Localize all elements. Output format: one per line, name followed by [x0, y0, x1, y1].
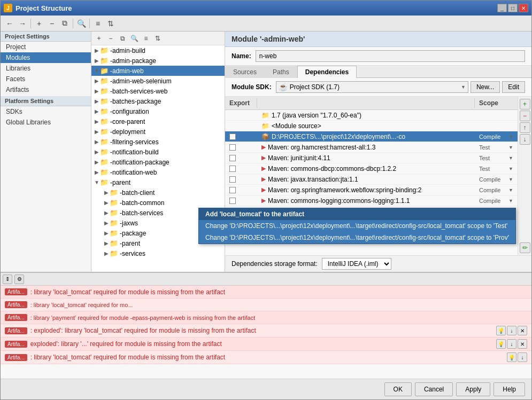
tree-item-notification-package[interactable]: ▶ 📁 -notification-package	[91, 157, 225, 167]
tree-copy-button[interactable]: ⧉	[117, 33, 128, 44]
scope-dropdown-arrow[interactable]: ▼	[508, 155, 513, 161]
fix-button[interactable]: 💡	[507, 352, 516, 362]
tree-item-admin-package[interactable]: ▶ 📁 -admin-package	[91, 56, 225, 66]
tree-item-batches-package[interactable]: ▶ 📁 -batches-package	[91, 96, 225, 106]
expand-icon: ▶	[94, 88, 100, 94]
close-error-button[interactable]: ✕	[518, 339, 527, 349]
table-row[interactable]: ▶ Maven: org.springframework.webflow:spr…	[225, 185, 518, 195]
table-row[interactable]: 📦 D:\PROJECTS\...\project\12x\deployment…	[225, 131, 518, 142]
nav-item-facets[interactable]: Facets	[1, 74, 91, 84]
tree-filter-button[interactable]: ⇅	[152, 33, 163, 44]
fix-button[interactable]: 💡	[496, 326, 506, 335]
tree-item-filtering-services[interactable]: ▶ 📁 -filtering-services	[91, 137, 225, 147]
sort-button[interactable]: ≡	[92, 18, 104, 29]
export-checkbox[interactable]	[229, 134, 236, 140]
table-row[interactable]: ▶ Maven: commons-dbcp:commons-dbcp:1.2.2…	[225, 163, 518, 174]
move-down-button[interactable]: ↓	[520, 134, 530, 145]
tree-item-admin-web-selenium[interactable]: ▶ 📁 -admin-web-selenium	[91, 76, 225, 86]
tree-item-batch-services-web[interactable]: ▶ 📁 -batch-services-web	[91, 86, 225, 96]
tree-item-notification-web[interactable]: ▶ 📁 -notification-web	[91, 167, 225, 177]
scope-cell: Compile ▼	[475, 186, 518, 194]
nav-item-libraries[interactable]: Libraries	[1, 63, 91, 74]
tree-item-parent[interactable]: ▼ 📁 -parent	[91, 177, 225, 187]
nav-item-sdks[interactable]: SDKs	[1, 106, 91, 117]
copy-button[interactable]: ⧉	[59, 18, 71, 29]
close-error-button[interactable]: ✕	[518, 326, 527, 335]
apply-button[interactable]: Apply	[456, 382, 490, 396]
move-up-button[interactable]: ↑	[520, 122, 530, 133]
sdk-select[interactable]: ☕ Project SDK (1.7) ▼	[276, 81, 468, 93]
table-row[interactable]: 📁 1.7 (java version "1.7.0_60-ea")	[225, 110, 518, 121]
tree-item-batch-client[interactable]: ▶ 📁 -batch-client	[91, 187, 225, 198]
tree-item-core-parent[interactable]: ▶ 📁 -core-parent	[91, 116, 225, 127]
ok-button[interactable]: OK	[384, 382, 412, 396]
tree-item-deployment[interactable]: ▶ 📁 -deployment	[91, 127, 225, 137]
export-checkbox[interactable]	[229, 166, 236, 172]
fix-button[interactable]: 💡	[496, 339, 506, 349]
table-row[interactable]: ▶ Maven: junit:junit:4.11 Test ▼	[225, 153, 518, 163]
context-menu-item-add[interactable]: Add 'local_tomcat' to the artifact	[199, 208, 515, 220]
download-button[interactable]: ↓	[518, 352, 527, 362]
tree-search-button[interactable]: 🔍	[129, 33, 140, 44]
maximize-button[interactable]: □	[508, 4, 518, 12]
close-button[interactable]: ✕	[519, 4, 528, 12]
context-menu-item-change-test[interactable]: Change 'D:\PROJECTS\...\project\12x\depl…	[199, 220, 515, 232]
search-button[interactable]: 🔍	[75, 18, 87, 29]
scope-dropdown-arrow[interactable]: ▼	[508, 166, 513, 171]
storage-select[interactable]: IntelliJ IDEA (.iml)	[322, 258, 391, 270]
table-row[interactable]: 📁 <Module source>	[225, 121, 518, 131]
add-dep-button[interactable]: +	[520, 99, 530, 109]
download-button[interactable]: ↓	[507, 339, 516, 349]
scope-dropdown-arrow[interactable]: ▼	[508, 134, 513, 139]
nav-item-artifacts[interactable]: Artifacts	[1, 84, 91, 95]
table-row[interactable]: ▶ Maven: org.hamcrest:hamcrest-all:1.3 T…	[225, 142, 518, 153]
tree-sort-button[interactable]: ≡	[141, 33, 151, 44]
scope-dropdown-arrow[interactable]: ▼	[508, 177, 513, 182]
tab-dependencies[interactable]: Dependencies	[297, 66, 357, 78]
tree-item-admin-web[interactable]: ▼ 📁 -admin-web	[91, 66, 225, 76]
tab-paths[interactable]: Paths	[265, 66, 297, 78]
help-button[interactable]: Help	[494, 382, 525, 396]
tree-item-services[interactable]: ▶ 📁 -services	[91, 248, 225, 258]
export-checkbox[interactable]	[229, 155, 236, 161]
table-row[interactable]: ▶ Maven: commons-logging:commons-logging…	[225, 195, 518, 206]
tree-item-notification-build[interactable]: ▶ 📁 -notification-build	[91, 147, 225, 157]
tree-item-configuration[interactable]: ▶ 📁 -configuration	[91, 106, 225, 116]
nav-item-project[interactable]: Project	[1, 42, 91, 52]
cancel-button[interactable]: Cancel	[415, 382, 453, 396]
tree-add-button[interactable]: +	[94, 33, 104, 44]
export-checkbox[interactable]	[229, 198, 236, 204]
tree-item-batch-common[interactable]: ▶ 📁 -batch-common	[91, 198, 225, 208]
tree-item-admin-build[interactable]: ▶ 📁 -admin-build	[91, 45, 225, 56]
name-input[interactable]	[256, 50, 525, 62]
edit-dep-button[interactable]: ✏	[520, 242, 530, 253]
add-button[interactable]: +	[33, 18, 45, 29]
new-sdk-button[interactable]: New...	[471, 81, 500, 93]
filter-button[interactable]: ⇅	[105, 18, 117, 29]
name-cell: 📦 D:\PROJECTS\...\project\12x\deployment…	[257, 132, 475, 142]
table-row[interactable]: ▶ Maven: javax.transaction:jta:1.1 Compi…	[225, 174, 518, 185]
bottom-expand-button[interactable]: ⇕	[3, 274, 12, 284]
remove-button[interactable]: −	[46, 18, 58, 29]
scope-dropdown-arrow[interactable]: ▼	[508, 198, 513, 203]
back-button[interactable]: ←	[4, 18, 16, 29]
export-checkbox[interactable]	[229, 187, 236, 193]
context-menu-item-change-prov[interactable]: Change 'D:\PROJECTS\...\project\12x\depl…	[199, 232, 515, 244]
tab-sources[interactable]: Sources	[225, 66, 265, 78]
export-checkbox[interactable]	[229, 176, 236, 183]
scope-dropdown-arrow[interactable]: ▼	[508, 187, 513, 193]
forward-button[interactable]: →	[17, 18, 28, 29]
bottom-settings-button[interactable]: ⚙	[14, 274, 24, 284]
minimize-button[interactable]: _	[497, 4, 507, 12]
download-button[interactable]: ↓	[507, 326, 516, 335]
scope-dropdown-arrow[interactable]: ▼	[508, 145, 513, 150]
nav-item-modules[interactable]: Modules	[1, 52, 91, 63]
error-badge: Artifa...	[5, 341, 27, 348]
export-checkbox[interactable]	[229, 144, 236, 151]
dep-scope: Compile	[479, 187, 500, 193]
remove-dep-button[interactable]: −	[520, 111, 530, 121]
nav-item-global-libraries[interactable]: Global Libraries	[1, 117, 91, 128]
edit-sdk-button[interactable]: Edit	[502, 81, 525, 93]
tree-remove-button[interactable]: −	[105, 33, 116, 44]
tree-item-label: -batch-common	[120, 199, 164, 207]
